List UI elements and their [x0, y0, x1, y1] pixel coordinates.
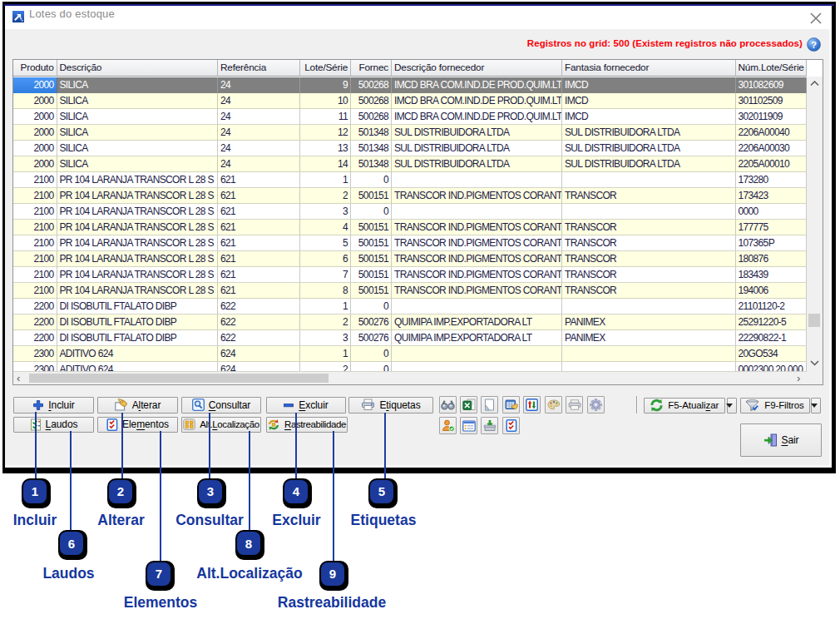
svg-text:?: ?	[810, 40, 816, 50]
